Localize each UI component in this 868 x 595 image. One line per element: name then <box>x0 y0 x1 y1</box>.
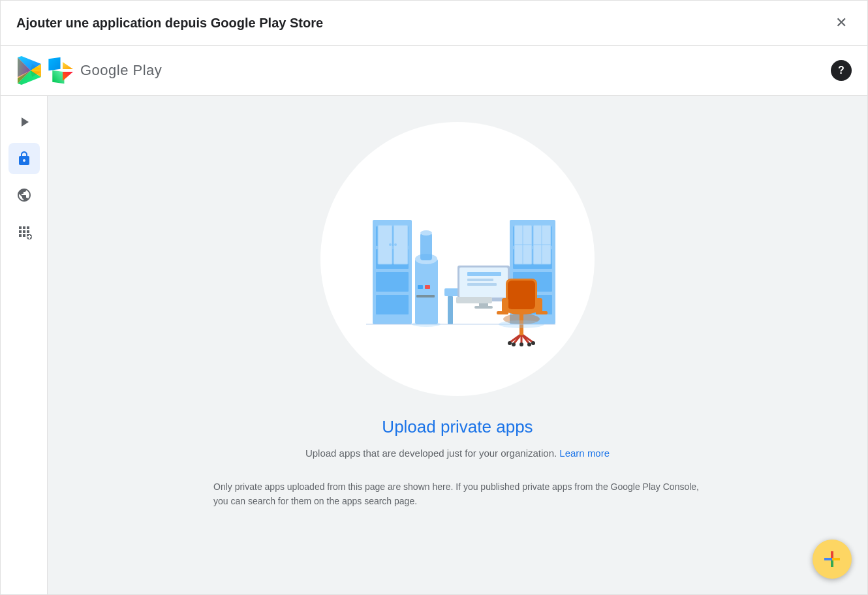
play-store-icon <box>48 57 75 84</box>
sidebar-item-web[interactable] <box>8 179 40 211</box>
svg-rect-9 <box>376 295 409 314</box>
content-area: Upload private apps Upload apps that are… <box>48 96 867 594</box>
svg-marker-0 <box>48 57 60 70</box>
svg-point-52 <box>512 343 516 346</box>
title-bar: Ajouter une application depuis Google Pl… <box>1 1 867 46</box>
apps-add-icon <box>16 224 32 239</box>
globe-icon <box>16 187 32 203</box>
svg-rect-26 <box>467 272 501 276</box>
info-text: Only private apps uploaded from this pag… <box>203 480 712 509</box>
sidebar-item-lock[interactable] <box>8 143 40 174</box>
upload-subtitle-text: Upload apps that are developed just for … <box>305 448 557 459</box>
google-play-text: Google Play <box>80 62 162 79</box>
svg-rect-16 <box>420 233 432 260</box>
svg-point-49 <box>508 341 512 345</box>
gplay-logo: Google Play <box>16 56 162 85</box>
sidebar-item-apps[interactable] <box>8 216 40 247</box>
svg-point-17 <box>420 230 432 236</box>
google-play-logo-icon <box>16 56 42 85</box>
svg-rect-14 <box>415 259 438 324</box>
svg-rect-61 <box>536 311 548 314</box>
svg-point-51 <box>531 341 535 345</box>
dialog: Ajouter une application depuis Google Pl… <box>0 0 868 595</box>
svg-point-13 <box>394 243 397 246</box>
dialog-title: Ajouter une application depuis Google Pl… <box>16 16 323 31</box>
svg-rect-57 <box>508 281 535 309</box>
close-button[interactable]: ✕ <box>831 12 852 33</box>
svg-rect-25 <box>459 267 508 298</box>
play-icon <box>16 114 32 130</box>
svg-rect-20 <box>416 295 435 298</box>
fab-plus-icon <box>822 549 843 570</box>
svg-marker-1 <box>63 62 73 69</box>
svg-rect-18 <box>418 285 423 289</box>
svg-rect-22 <box>448 296 453 324</box>
office-illustration <box>353 168 562 350</box>
svg-marker-2 <box>52 70 64 84</box>
illustration-circle <box>320 122 595 396</box>
svg-point-63 <box>499 320 544 328</box>
lock-icon <box>16 151 32 166</box>
svg-point-12 <box>389 243 392 246</box>
svg-rect-8 <box>376 272 409 292</box>
main-content: Upload private apps Upload apps that are… <box>1 96 867 594</box>
svg-rect-19 <box>425 285 430 289</box>
svg-rect-70 <box>832 558 840 560</box>
svg-point-64 <box>412 322 441 327</box>
svg-rect-59 <box>497 311 508 314</box>
sidebar-item-play[interactable] <box>8 106 40 138</box>
gplay-header: Google Play ? <box>1 46 867 96</box>
svg-rect-28 <box>467 283 497 286</box>
learn-more-link[interactable]: Learn more <box>559 448 610 459</box>
svg-point-53 <box>527 343 531 346</box>
upload-subtitle: Upload apps that are developed just for … <box>305 448 610 459</box>
help-button[interactable]: ? <box>831 60 852 81</box>
upload-title: Upload private apps <box>382 417 533 437</box>
svg-rect-30 <box>474 306 493 309</box>
svg-point-50 <box>519 343 523 346</box>
svg-rect-31 <box>456 297 492 303</box>
svg-rect-69 <box>824 558 832 560</box>
sidebar <box>1 96 48 594</box>
svg-rect-27 <box>467 279 493 281</box>
fab-add-button[interactable] <box>813 540 852 579</box>
